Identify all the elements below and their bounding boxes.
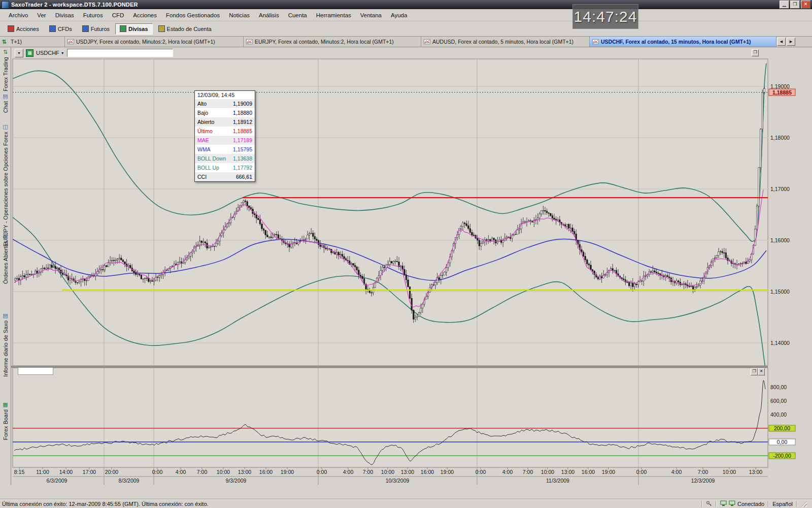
cfds-icon — [49, 25, 56, 32]
toolbar-tab-futuros[interactable]: Futuros — [78, 23, 114, 35]
close-icon[interactable]: ✕ — [801, 1, 810, 9]
sidebar-item-forex-trading[interactable]: ⇅Forex Trading — [0, 49, 11, 91]
svg-text:0:00: 0:00 — [476, 469, 486, 475]
chart-tab-2[interactable]: EURJPY, Forex al contado, Minutos:2, Hor… — [244, 37, 421, 47]
svg-text:10:00: 10:00 — [381, 469, 394, 475]
title-bar: SaxoTrader 2 - workspace.DTS.7.100.PONDE… — [0, 0, 812, 9]
menu-herramientas[interactable]: Herramientas — [312, 11, 356, 20]
svg-text:10:00: 10:00 — [723, 469, 736, 475]
language-label[interactable]: Español — [772, 501, 793, 507]
cci-panel-restore-icon[interactable]: ❐ — [751, 368, 758, 375]
sidebar-item-label: Chat — [3, 101, 9, 113]
tooltip-row-boll-down: BOLL Down1,13638 — [195, 154, 255, 163]
menu-noticias[interactable]: Noticias — [224, 11, 254, 20]
chart-line-icon — [67, 39, 74, 44]
chevron-down-icon: ▼ — [17, 51, 21, 55]
symbol-label: USDCHF — [36, 50, 59, 56]
sidebar-item-forex-board[interactable]: ▦Forex Board — [0, 401, 11, 440]
tooltip-value: 1,19009 — [233, 100, 252, 108]
menu-cuenta[interactable]: Cuenta — [284, 11, 312, 20]
chart-tab-label: EURJPY, Forex al contado, Minutos:2, Hor… — [255, 39, 394, 45]
svg-text:0:00: 0:00 — [317, 469, 327, 475]
tooltip-row-boll-up: BOLL Up1,17792 — [195, 163, 255, 172]
chart-tab-active-4[interactable]: USDCHF, Forex al contado, 15 minutos, Ho… — [590, 37, 776, 47]
toolbar-tab-label: Acciones — [16, 26, 39, 32]
menu-fondos-gestionados[interactable]: Fondos Gestionados — [161, 11, 224, 20]
sidebar-item-label: Forex Trading — [3, 57, 9, 91]
divider — [768, 501, 769, 507]
svg-text:10:00: 10:00 — [541, 469, 554, 475]
toolbar-tab-estado-de-cuenta[interactable]: Estado de Cuenta — [154, 23, 216, 35]
svg-text:1,17000: 1,17000 — [770, 186, 790, 192]
chart-canvas[interactable]: 1,190001,180001,170001,160001,150001,140… — [11, 47, 812, 485]
tab-scroll-right-icon[interactable]: ▶ — [787, 38, 795, 46]
clock-time: 14:47:24 — [574, 8, 637, 25]
sort-arrows-icon: ⇅ — [3, 49, 8, 55]
sidebar-item-rdenes-abiertas[interactable]: ▥Órdenes Abiertas — [0, 233, 11, 284]
instrument-icon: ▦ — [26, 49, 33, 57]
svg-text:17:00: 17:00 — [83, 469, 96, 475]
svg-text:11/3/2009: 11/3/2009 — [546, 478, 569, 484]
svg-text:7:00: 7:00 — [523, 469, 533, 475]
sidebar-item-label: EURJPY - Operaciones sobre Opciones Fore… — [3, 132, 9, 247]
sidebar-item-label: Informe diario de Saxo — [3, 321, 9, 377]
menu-archivo[interactable]: Archivo — [4, 11, 32, 20]
menu-futuros[interactable]: Futuros — [79, 11, 108, 20]
ohlc-tooltip: 12/03/09, 14:45 Alto1,19009Bajo1,18880Ab… — [194, 90, 255, 182]
sort-arrows-icon[interactable]: ⇅ — [0, 37, 8, 47]
svg-text:16:00: 16:00 — [421, 469, 434, 475]
sidebar-item-label: Forex Board — [3, 409, 9, 440]
svg-text:10/3/2009: 10/3/2009 — [386, 478, 410, 484]
chart-menu-button[interactable]: ▼ — [15, 49, 23, 57]
chart-input[interactable] — [67, 49, 173, 57]
chart-header: ▼ ▦ USDCHF ▼ — [11, 47, 768, 58]
tooltip-row-wma: WMA1,15795 — [195, 145, 255, 154]
network-icon — [720, 500, 727, 507]
sidebar-item-eurjpy-operaciones-sobre-opciones-forex[interactable]: ◫EURJPY - Operaciones sobre Opciones For… — [0, 123, 11, 247]
menu-an-lisis[interactable]: Análisis — [254, 11, 284, 20]
status-bar: Última conexión con éxito: 12-mar-2009 8… — [0, 499, 812, 508]
cci-panel-close-icon[interactable]: ✕ — [758, 368, 765, 375]
menu-cfd[interactable]: CFD — [108, 11, 129, 20]
toolbar-tab-label: CFDs — [58, 26, 72, 32]
chevron-down-icon: ▼ — [61, 51, 64, 55]
toolbar-tab-acciones[interactable]: Acciones — [3, 23, 44, 35]
sidebar-item-informe-diario-de-saxo[interactable]: ▤Informe diario de Saxo — [0, 312, 11, 377]
toolbar-tab-cfds[interactable]: CFDs — [45, 23, 77, 35]
chart-line-icon — [246, 39, 253, 44]
chart-tab-3[interactable]: AUDUSD, Forex al contado, 5 minutos, Hor… — [421, 37, 590, 47]
menu-bar: ArchivoVerDivisasFuturosCFDAccionesFondo… — [0, 9, 812, 21]
connection-message: Última conexión con éxito: 12-mar-2009 8… — [2, 501, 699, 507]
menu-divisas[interactable]: Divisas — [51, 11, 79, 20]
symbol-selector[interactable]: USDCHF ▼ — [36, 50, 64, 56]
tooltip-value: 1,17792 — [233, 164, 252, 172]
svg-text:9/3/2009: 9/3/2009 — [226, 478, 247, 484]
chart-tab-label: AUDUSD, Forex al contado, 5 minutos, Hor… — [432, 39, 573, 45]
chart-tab-strip: ⇅ T+1)USDJPY, Forex al contado, Minutos:… — [0, 37, 812, 47]
price-panel-restore-icon[interactable]: ❐ — [752, 49, 759, 56]
svg-text:200,00: 200,00 — [774, 425, 790, 431]
chart-tab-0[interactable]: T+1) — [8, 37, 65, 47]
svg-text:4:00: 4:00 — [502, 469, 513, 475]
tooltip-timestamp: 12/03/09, 14:45 — [195, 91, 255, 99]
svg-text:11:00: 11:00 — [36, 469, 49, 475]
tab-scroll-left-icon[interactable]: ◀ — [777, 38, 786, 46]
menu-acciones[interactable]: Acciones — [128, 11, 161, 20]
menu-ver[interactable]: Ver — [32, 11, 50, 20]
minimize-icon[interactable]: ▁ — [780, 1, 789, 9]
connection-status: Conectado — [737, 501, 764, 507]
chart-tab-1[interactable]: USDJPY, Forex al contado, Minutos:2, Hor… — [65, 37, 244, 47]
sidebar-item-chat[interactable]: ▤Chat — [0, 93, 11, 113]
menu-ventana[interactable]: Ventana — [356, 11, 386, 20]
indicator-label-box — [18, 367, 53, 375]
svg-text:19:00: 19:00 — [281, 469, 294, 475]
maximize-icon[interactable]: ❐ — [790, 1, 800, 9]
menu-ayuda[interactable]: Ayuda — [386, 11, 412, 20]
toolbar-tab-divisas[interactable]: Divisas — [115, 23, 153, 35]
chart-line-icon — [424, 39, 430, 44]
tooltip-label: Último — [197, 128, 213, 135]
svg-text:7:00: 7:00 — [363, 469, 374, 475]
sidebar-item-label: Órdenes Abiertas — [3, 241, 9, 284]
resize-grip[interactable] — [801, 501, 807, 507]
svg-text:8:15: 8:15 — [14, 469, 25, 475]
